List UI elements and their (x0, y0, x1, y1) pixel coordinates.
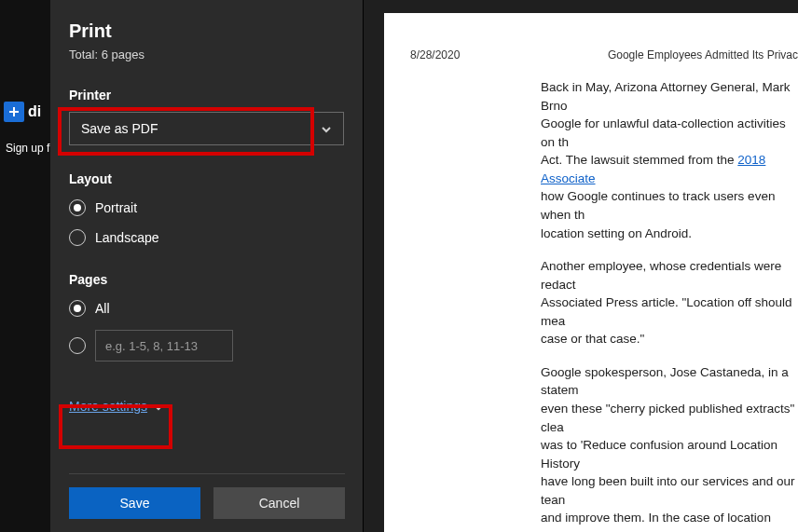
preview-header: 8/28/2020 Google Employees Admitted Its … (410, 48, 798, 61)
layout-section-label: Layout (69, 171, 344, 186)
pages-custom-radio[interactable]: e.g. 1-5, 8, 11-13 (69, 330, 344, 361)
radio-icon (69, 229, 86, 246)
background-app-sidebar: di Sign up f (0, 0, 50, 532)
page-count: Total: 6 pages (69, 48, 344, 61)
radio-icon (69, 337, 86, 354)
chevron-down-icon (153, 401, 164, 412)
preview-date: 8/28/2020 (410, 48, 460, 61)
plus-icon (4, 102, 24, 122)
radio-label: Landscape (95, 230, 159, 245)
printer-select[interactable]: Save as PDF (69, 112, 344, 145)
more-settings-label: More settings (69, 399, 147, 414)
preview-body: Back in May, Arizona Attorney General, M… (410, 78, 798, 532)
preview-headline: Google Employees Admitted Its Privac (608, 48, 798, 61)
print-preview[interactable]: 8/28/2020 Google Employees Admitted Its … (384, 13, 798, 532)
pages-all-radio[interactable]: All (69, 300, 344, 317)
more-settings-toggle[interactable]: More settings (69, 399, 164, 414)
printer-section-label: Printer (69, 88, 344, 102)
chevron-down-icon (321, 123, 332, 134)
layout-portrait-radio[interactable]: Portrait (69, 199, 344, 216)
save-button[interactable]: Save (69, 487, 200, 519)
signup-link[interactable]: Sign up f (6, 142, 49, 155)
radio-icon (69, 199, 86, 216)
radio-icon (69, 300, 86, 317)
pages-section-label: Pages (69, 272, 344, 287)
dialog-action-bar: Save Cancel (69, 473, 345, 519)
layout-landscape-radio[interactable]: Landscape (69, 229, 344, 246)
brand-badge[interactable]: di (4, 98, 47, 126)
printer-value: Save as PDF (81, 121, 158, 136)
dialog-title: Print (69, 20, 344, 42)
print-dialog: Print Total: 6 pages Printer Save as PDF… (50, 0, 364, 532)
radio-label: Portrait (95, 200, 137, 215)
brand-text: di (28, 103, 41, 120)
pages-range-input[interactable]: e.g. 1-5, 8, 11-13 (95, 330, 233, 361)
cancel-button[interactable]: Cancel (213, 487, 345, 519)
radio-label: All (95, 301, 110, 316)
